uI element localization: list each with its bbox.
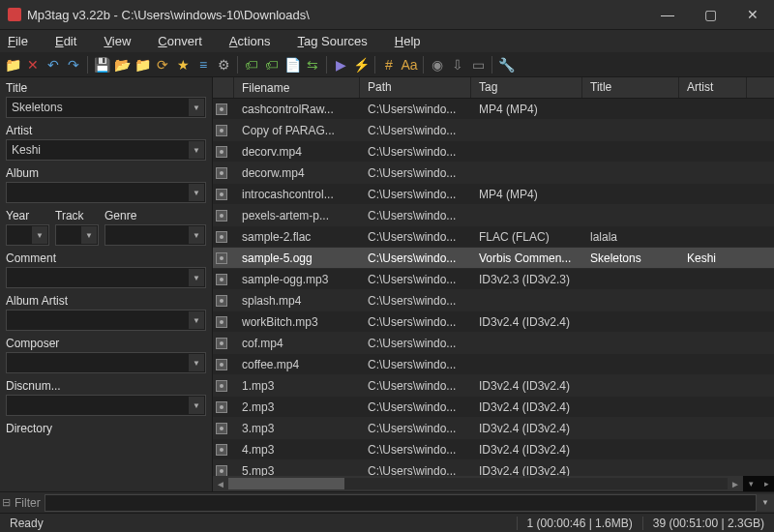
cell-filename: 4.mp3: [234, 443, 360, 457]
extended-icon[interactable]: ▭: [469, 56, 487, 74]
table-row[interactable]: 2.mp3 C:\Users\windo... ID3v2.4 (ID3v2.4…: [213, 397, 774, 418]
comment-dropdown-icon[interactable]: ▼: [189, 269, 204, 286]
discnum-dropdown-icon[interactable]: ▼: [189, 397, 204, 414]
menu-file[interactable]: File: [8, 34, 28, 48]
cell-tag: ID3v2.4 (ID3v2.4): [471, 379, 582, 393]
folder-icon[interactable]: 📁: [4, 56, 21, 74]
table-row[interactable]: 3.mp3 C:\Users\windo... ID3v2.4 (ID3v2.4…: [213, 418, 774, 439]
minimize-button[interactable]: —: [646, 0, 689, 29]
table-row[interactable]: 4.mp3 C:\Users\windo... ID3v2.4 (ID3v2.4…: [213, 439, 774, 460]
cell-path: C:\Users\windo...: [360, 251, 471, 265]
folder-add-icon[interactable]: 📁: [134, 56, 151, 74]
genre-dropdown-icon[interactable]: ▼: [189, 226, 204, 244]
table-row[interactable]: sample-2.flac C:\Users\windo... FLAC (FL…: [213, 226, 774, 248]
tag-panel: Title Skeletons ▼ Artist Keshi ▼ Album ▼…: [0, 77, 213, 491]
text-file-icon[interactable]: 📄: [283, 56, 301, 74]
file-icon: [216, 295, 227, 307]
table-row[interactable]: decorv.mp4 C:\Users\windo...: [213, 141, 774, 163]
title-input[interactable]: Skeletons: [6, 97, 206, 118]
cell-tag: ID3v2.4 (ID3v2.4): [471, 443, 582, 457]
cell-tag: ID3v2.4 (ID3v2.4): [471, 315, 582, 329]
file-icon: [216, 189, 227, 200]
table-row[interactable]: coffee.mp4 C:\Users\windo...: [213, 354, 774, 375]
playlist-icon[interactable]: ≡: [194, 56, 212, 74]
column-tag[interactable]: Tag: [471, 77, 582, 98]
table-row[interactable]: sample-ogg.mp3 C:\Users\windo... ID3v2.3…: [213, 269, 774, 290]
table-row[interactable]: cof.mp4 C:\Users\windo...: [213, 333, 774, 354]
table-row[interactable]: sample-5.ogg C:\Users\windo... Vorbis Co…: [213, 248, 774, 269]
disc-icon[interactable]: ◉: [429, 56, 446, 74]
menu-convert[interactable]: Convert: [158, 34, 202, 48]
album-artist-dropdown-icon[interactable]: ▼: [189, 311, 204, 329]
album-artist-input[interactable]: [6, 310, 206, 331]
column-filename[interactable]: Filename: [234, 77, 360, 98]
file-icon: [216, 252, 227, 264]
track-dropdown-icon[interactable]: ▼: [81, 226, 97, 244]
comment-input[interactable]: [6, 267, 206, 288]
table-row[interactable]: 1.mp3 C:\Users\windo... ID3v2.4 (ID3v2.4…: [213, 375, 774, 397]
refresh-icon[interactable]: ⟳: [154, 56, 171, 74]
track-label: Track: [55, 209, 99, 222]
composer-dropdown-icon[interactable]: ▼: [189, 354, 204, 371]
tools-icon[interactable]: 🔧: [497, 56, 515, 74]
column-title[interactable]: Title: [582, 77, 679, 98]
maximize-button[interactable]: ▢: [689, 0, 731, 29]
year-dropdown-icon[interactable]: ▼: [32, 226, 47, 244]
menu-tag-sources[interactable]: Tag Sources: [298, 34, 368, 48]
genre-label: Genre: [104, 209, 206, 222]
title-dropdown-icon[interactable]: ▼: [189, 99, 204, 116]
filter-dropdown-icon[interactable]: ▼: [757, 494, 774, 512]
table-row[interactable]: splash.mp4 C:\Users\windo...: [213, 290, 774, 311]
table-row[interactable]: workBitch.mp3 C:\Users\windo... ID3v2.4 …: [213, 311, 774, 333]
menu-actions[interactable]: Actions: [229, 34, 271, 48]
file-from-tag-icon[interactable]: 🏷: [263, 56, 281, 74]
album-input[interactable]: [6, 182, 206, 203]
cut-icon[interactable]: ✕: [24, 56, 42, 74]
redo-icon[interactable]: ↷: [65, 56, 82, 74]
table-row[interactable]: pexels-artem-p... C:\Users\windo...: [213, 205, 774, 226]
star-icon[interactable]: ★: [174, 56, 192, 74]
cell-path: C:\Users\windo...: [360, 400, 471, 414]
cell-tag: MP4 (MP4): [471, 103, 582, 116]
scroll-dropdown-icon[interactable]: ▾: [743, 476, 759, 491]
close-button[interactable]: ✕: [731, 0, 774, 29]
tag-from-file-icon[interactable]: 🏷: [243, 56, 260, 74]
artist-dropdown-icon[interactable]: ▼: [189, 141, 204, 159]
composer-input[interactable]: [6, 352, 206, 373]
cell-filename: 3.mp3: [234, 422, 360, 435]
menu-edit[interactable]: Edit: [55, 34, 76, 48]
gear-icon[interactable]: ⚙: [215, 56, 232, 74]
discnum-input[interactable]: [6, 395, 206, 416]
number-icon[interactable]: #: [380, 56, 398, 74]
table-row[interactable]: Copy of PARAG... C:\Users\windo...: [213, 120, 774, 141]
scroll-right-icon[interactable]: ▸: [759, 476, 774, 491]
save-icon[interactable]: 💾: [93, 56, 110, 74]
action-icon[interactable]: ▶: [332, 56, 349, 74]
file-icon: [216, 167, 227, 179]
menu-help[interactable]: Help: [395, 34, 421, 48]
action-quick-icon[interactable]: ⚡: [352, 56, 370, 74]
filter-label: Filter: [15, 496, 41, 510]
column-artist[interactable]: Artist: [679, 77, 747, 98]
horizontal-scrollbar[interactable]: ◄ ► ▾ ▸: [213, 476, 774, 491]
cell-filename: cof.mp4: [234, 337, 360, 350]
album-dropdown-icon[interactable]: ▼: [189, 184, 204, 201]
column-path[interactable]: Path: [360, 77, 471, 98]
folder-open-icon[interactable]: 📂: [113, 56, 131, 74]
cell-path: C:\Users\windo...: [360, 209, 471, 222]
artist-input[interactable]: Keshi: [6, 139, 206, 161]
table-row[interactable]: cashcontrolRaw... C:\Users\windo... MP4 …: [213, 99, 774, 120]
filter-input[interactable]: [45, 494, 757, 512]
undo-icon[interactable]: ↶: [45, 56, 62, 74]
menu-view[interactable]: View: [104, 34, 131, 48]
table-row[interactable]: introcashcontrol... C:\Users\windo... MP…: [213, 184, 774, 205]
comment-label: Comment: [6, 251, 206, 265]
case-icon[interactable]: Aa: [401, 56, 418, 74]
album-label: Album: [6, 166, 206, 180]
file-icon: [216, 316, 227, 328]
table-row[interactable]: 5.mp3 C:\Users\windo... ID3v2.4 (ID3v2.4…: [213, 460, 774, 476]
export-icon[interactable]: ⇩: [449, 56, 466, 74]
tag-to-tag-icon[interactable]: ⇆: [304, 56, 321, 74]
cell-filename: pexels-artem-p...: [234, 209, 360, 222]
table-row[interactable]: decorw.mp4 C:\Users\windo...: [213, 163, 774, 184]
